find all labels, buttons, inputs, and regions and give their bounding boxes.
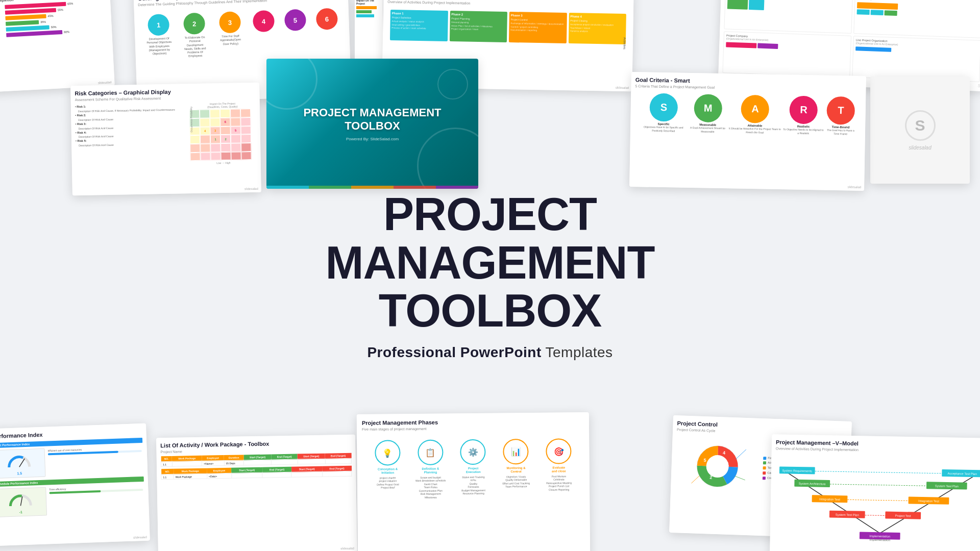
phase-circle-4-title: Monitoring &Control (506, 466, 525, 474)
risk-categories-slide: Risk Categories – Graphical Display Asse… (70, 83, 261, 195)
svg-line-8 (736, 449, 746, 460)
svg-text:Project Test: Project Test (895, 514, 912, 518)
phase-circle-1: 💡 (375, 440, 400, 466)
svg-text:Acceptance Test Plan: Acceptance Test Plan (947, 472, 976, 475)
phase-item-5: 🎯 Evaluateand close Post MortemCelebrate… (541, 439, 577, 498)
main-title: PROJECT MANAGEMENT TOOLBOX (245, 190, 735, 335)
phase-circle-5-title: Evaluateand close (552, 466, 566, 474)
phase-circle-3-text: Status and TrackingKPIsQualityForecastsB… (461, 475, 485, 495)
gp-circle-4: 4 (253, 10, 275, 32)
slidesalad-s-icon: S (905, 110, 936, 141)
svg-line-9 (734, 477, 745, 481)
svg-text:System Test Plan: System Test Plan (935, 485, 959, 488)
watermark-smart: slidesalad (847, 185, 861, 188)
gp-circle-1: 1 (148, 14, 169, 36)
bar-chart-slide: Degree of Completion 65% 55% 45% 35% 50% (0, 0, 115, 93)
smart-s: S (650, 93, 678, 122)
hero-slide: PROJECT MANAGEMENTTOOLBOX Powered By: Sl… (266, 59, 478, 189)
phase-item-4: 📊 Monitoring &Control Objective / GoalsQ… (498, 439, 534, 498)
phase-2-box: Phase 2 Project Planning General plannin… (449, 11, 507, 42)
smart-a: A (741, 95, 770, 123)
phase-circle-3: ⚙️ (460, 439, 486, 465)
phases-title: Project Management Phases (362, 417, 584, 427)
svg-line-0 (19, 459, 25, 467)
phase-circle-2-title: Definition &Planning (422, 467, 439, 475)
phase-circle-4-text: Objective / GoalsQuality DeliverableEffo… (502, 475, 530, 488)
smart-s-desc: Objectives Have to be Specific and Posit… (639, 126, 689, 133)
phases-subtitle: Five main stages of project management (362, 425, 584, 431)
gp-text-2: To Elaborate On Personal Development Nee… (182, 36, 208, 59)
svg-text:System Test Plan: System Test Plan (836, 513, 859, 517)
performance-index-slide: Performance Index Cost Performance Index… (0, 423, 150, 546)
phase-circle-5-text: Post MortemCelebrateRetrospective Meetin… (546, 474, 572, 491)
watermark: slidesalad (98, 81, 112, 84)
gp-text-1: Development Of Personal Objectives With … (146, 37, 172, 56)
svg-text:5: 5 (703, 458, 706, 463)
hero-slide-bg: PROJECT MANAGEMENTTOOLBOX Powered By: Sl… (266, 59, 478, 189)
gp-circle-5: 5 (284, 9, 306, 31)
svg-text:1: 1 (726, 462, 729, 467)
vmodel-diagram: System Requirements System Architecture … (778, 455, 980, 551)
gp-circle-6: 6 (316, 8, 338, 30)
phase-circle-2-text: Scope and budgetWork Breakdown scheduleG… (415, 475, 446, 499)
phase-circle-4: 📊 (503, 439, 528, 464)
phase-item-1: 💡 Conception &Initiation project charter… (370, 440, 406, 499)
activity-list-slide: List Of Activity / Work Package - Toolbo… (156, 435, 357, 551)
svg-text:Implementation: Implementation (869, 535, 890, 538)
phase-circle-1-title: Conception &Initiation (378, 468, 398, 475)
slidesalad-text: slidesalad (909, 145, 931, 151)
phase-item-2: 📋 Definition &Planning Scope and budgetW… (412, 440, 449, 499)
watermark-risk: slidesalad (244, 187, 258, 190)
gp-text-3: Time For Staff Appraisals(Open Door Poli… (217, 34, 243, 46)
smart-t-desc: The Goal Has to Have a Time Frame (824, 129, 857, 136)
main-subtitle: Professional PowerPoint Templates (245, 344, 735, 361)
smart-t: T (827, 96, 855, 125)
svg-text:2: 2 (709, 475, 712, 480)
gp-circle-2: 2 (183, 13, 205, 35)
top-strip-slide: Impact On The Project (355, 0, 383, 64)
phase-circle-5: 🎯 (546, 439, 571, 464)
smart-m-desc: A Goal Achievement Should be Measurable (688, 126, 727, 133)
svg-text:4: 4 (722, 450, 725, 456)
watermark-perf: slidesalad (133, 536, 147, 539)
gp-circle-3: 3 (219, 11, 241, 33)
slidesalad-logo-slide: S slidesalad (870, 77, 970, 184)
phase-item-3: ⚙️ ProjectExecution Status and TrackingK… (455, 439, 492, 498)
watermark-activity: slidesalad (340, 547, 354, 550)
svg-text:System Requirements: System Requirements (782, 469, 812, 473)
main-hero-area: PROJECT MANAGEMENT TOOLBOX Professional … (245, 190, 735, 361)
smart-r: R (790, 96, 818, 124)
smart-a-desc: It Should be Attractive For the Project … (727, 127, 782, 135)
phase-3-box: Phase 3 Project Control Exchange of info… (509, 12, 567, 43)
phase-circle-3-title: ProjectExecution (466, 467, 481, 474)
phase-1-box: Phase 1 Project Definition Actual analys… (390, 10, 448, 41)
svg-text:Integration Test: Integration Test (918, 499, 939, 503)
svg-text:System Architecture: System Architecture (799, 482, 826, 486)
phase-4-box: Phase 4 Project Closing Acceptance proje… (568, 13, 626, 44)
svg-line-1 (20, 496, 23, 506)
svg-line-10 (691, 476, 699, 484)
svg-text:Integration Test: Integration Test (819, 498, 840, 502)
watermark-phase: slidesalad (616, 86, 629, 89)
phase-circle-2: 📋 (418, 440, 443, 465)
project-phases-slide: Project Management Phases Five main stag… (357, 412, 590, 551)
phase-circle-1-text: project charterproject initiationDefine … (377, 476, 399, 489)
smart-m: M (694, 94, 722, 122)
vmodel-slide: Project Management –V–Model Overview of … (770, 434, 980, 551)
smart-r-desc: To Objective Needs to be Aligned to a Re… (782, 128, 824, 135)
smart-slide: Goal Criteria - Smart 5 Criteria That De… (629, 72, 866, 191)
